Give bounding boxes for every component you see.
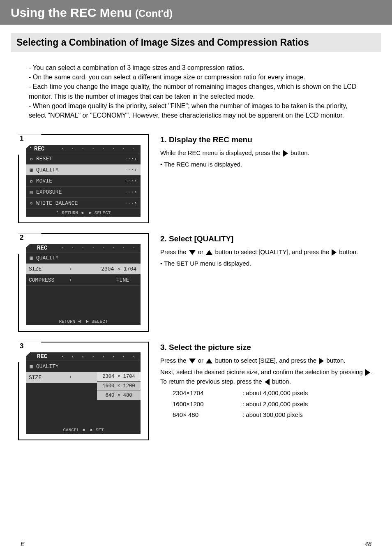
triangle-right-icon [319,358,324,364]
triangle-up-icon [206,250,212,255]
size-option[interactable]: 1600 × 1200 [97,382,141,391]
step-2-text: 2. Select [QUALITY] Press the or button … [160,233,358,271]
more-icon: ···› [125,189,141,195]
header-subtitle: (Cont'd) [135,8,173,19]
quality-icon: ▦ [26,167,36,173]
screen-footer: CANCEL ◄ ► SET [26,426,141,434]
more-icon: ···› [125,156,141,162]
screenshot-3: 3 REC· · · · · · · · ▦QUALITY SIZE› 2304… [18,342,149,440]
triangle-right-icon [283,150,288,157]
size-option[interactable]: 640 × 480 [97,391,141,400]
intro-line: - On the same card, you can select a dif… [29,72,363,82]
white-balance-icon: ☼ [26,200,36,206]
step-1-title: 1. Display the REC menu [160,134,309,146]
intro-text: - You can select a combination of 3 imag… [29,63,363,120]
step-2-title: 2. Select [QUALITY] [160,233,358,245]
step-3: 3 REC· · · · · · · · ▦QUALITY SIZE› 2304… [18,342,374,440]
more-icon: ···› [125,167,141,173]
triangle-right-icon [365,369,370,376]
intro-line: - You can select a combination of 3 imag… [29,63,363,72]
menu-item-quality[interactable]: ▦QUALITY···› [26,164,141,176]
quality-icon: ▦ [26,363,36,370]
more-icon: ···› [125,200,141,206]
step-1-bullet: • The REC menu is displayed. [160,160,309,169]
screenshot-1: 1 ˄REC· · · · · · · · ↺RESET···› ▦QUALIT… [18,134,149,223]
size-description-list: 2304×1704: about 4,000,000 pixels 1600×1… [173,389,374,420]
screen-title: ˄REC· · · · · · · · [26,145,141,153]
movie-icon: ✿ [26,178,36,184]
screen-title: REC· · · · · · · · [26,244,141,252]
screen-footer: ˅RETURN ◄ ► SELECT [26,209,141,217]
menu-item-compress[interactable]: COMPRESS›FINE [26,275,141,286]
step-1-text: 1. Display the REC menu While the REC me… [160,134,309,172]
quality-icon: ▦ [26,255,36,261]
step-1: 1 ˄REC· · · · · · · · ↺RESET···› ▦QUALIT… [18,134,374,223]
intro-line: - When good image quality is the priorit… [29,101,363,120]
intro-line: - Each time you change the image quality… [29,82,363,101]
exposure-icon: ▤ [26,189,36,195]
page-footer-left: E [21,540,25,547]
page-header: Using the REC Menu (Cont'd) [0,0,392,25]
chevron-right-icon: › [69,375,72,380]
menu-item-reset[interactable]: ↺RESET···› [26,153,141,164]
screenshot-2: 2 REC· · · · · · · · ▦QUALITY SIZE›2304 … [18,233,149,332]
menu-item-size[interactable]: SIZE›2304 × 1704 [26,264,141,275]
menu-item-whitebalance[interactable]: ☼WHITE BALANCE···› [26,198,141,209]
triangle-right-icon [332,249,337,256]
chevron-right-icon: › [69,266,72,272]
triangle-up-icon [206,359,212,363]
chevron-down-icon: ˅ [56,211,59,215]
screen-footer: RETURN ◄ ► SELECT [26,318,141,325]
chevron-right-icon: › [69,277,72,283]
step-3-text: 3. Select the picture size Press the or … [160,342,374,421]
more-icon: ···› [125,178,141,184]
triangle-down-icon [189,250,196,255]
screen-title: REC· · · · · · · · [26,352,141,361]
step-2: 2 REC· · · · · · · · ▦QUALITY SIZE›2304 … [18,233,374,332]
chevron-up-icon: ˄ [30,146,32,151]
header-title: Using the REC Menu [11,6,132,20]
size-options: 2304 × 1704 1600 × 1200 640 × 480 [97,372,141,400]
menu-item-movie[interactable]: ✿MOVIE···› [26,176,141,187]
step-2-bullet: • The SET UP menu is displayed. [160,259,358,268]
screen-subtitle: ▦QUALITY [26,361,141,372]
size-option[interactable]: 2304 × 1704 [97,372,141,382]
screen-subtitle: ▦QUALITY [26,252,141,264]
page-footer-right: 48 [364,540,371,547]
reset-icon: ↺ [26,156,36,162]
menu-item-exposure[interactable]: ▤EXPOSURE···› [26,187,141,198]
step-3-title: 3. Select the picture size [160,342,374,354]
triangle-left-icon [265,379,270,385]
triangle-down-icon [189,359,196,363]
section-title: Selecting a Combination of Image Sizes a… [11,33,381,52]
